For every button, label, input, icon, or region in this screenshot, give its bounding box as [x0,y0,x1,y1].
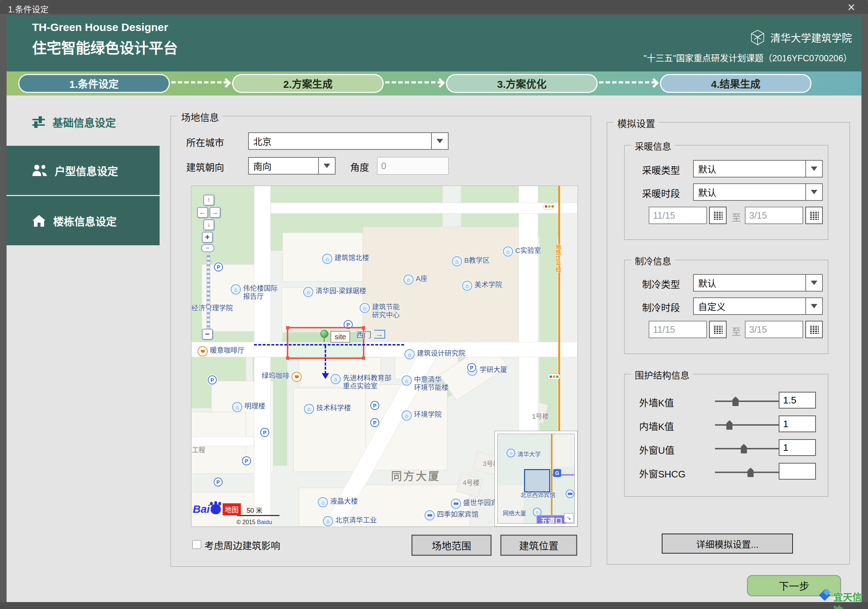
envelope-value-input[interactable] [779,415,816,432]
envelope-value-input[interactable] [779,392,816,409]
consider-surroundings-checkbox[interactable] [192,540,201,549]
city-select[interactable]: 北京 [248,132,449,150]
cooling-groupbox: 制冷信息 制冷类型 默认 制冷时段 自定义 11/15 至 3/15 [624,260,828,354]
cooling-end-date[interactable]: 3/15 [745,321,803,338]
chevron-down-icon[interactable] [805,298,822,314]
minimap-viewport-rect[interactable] [524,469,550,492]
map-poi-label: 建筑馆北楼 [335,254,369,262]
parking-icon: P [370,418,379,427]
map-poi-label: B教学区 [464,256,490,265]
map-poi-building[interactable]: ⌂建筑节能研究中心 [360,303,400,319]
orientation-value: 南向 [249,159,318,172]
sidebar-item-unit-info[interactable]: 户型信息设定 [6,146,160,195]
calendar-icon[interactable] [805,207,823,224]
cooling-period-select[interactable]: 自定义 [693,298,823,315]
orientation-select[interactable]: 南向 [248,157,336,175]
slider-thumb[interactable] [741,444,747,453]
cooling-start-date[interactable]: 11/15 [649,321,707,338]
map-poi-building[interactable]: ⌂伟伦楼国际报告厅 [231,284,277,301]
map-pan-down-button[interactable]: ↓ [203,219,214,230]
map-poi-building[interactable]: ⌂明理楼 [232,402,265,412]
slider-thumb[interactable] [726,420,732,430]
site-pin-icon[interactable] [320,330,328,338]
chevron-down-icon[interactable] [805,161,822,177]
envelope-value-input[interactable] [779,463,816,480]
window-titlebar[interactable]: 1.条件设定 ✕ [0,0,868,14]
angle-input[interactable] [377,157,449,175]
map-poi-building[interactable]: ⌂技术科学楼 [304,404,351,414]
map-pan-right-button[interactable]: → [209,207,220,218]
calendar-icon[interactable] [709,321,727,338]
map-zoom-out-button[interactable]: − [202,329,213,340]
cooling-type-select[interactable]: 默认 [693,274,823,291]
heating-start-date[interactable]: 11/15 [649,207,707,224]
map-poi-school[interactable]: ⌂环境学院 [401,411,442,421]
building-icon: ⌂ [503,246,513,257]
window-bottom-frame [0,602,868,609]
building-icon: ⌂ [403,274,414,285]
map-poi-hotel[interactable]: 四季如家宾馆 [425,510,479,521]
map-poi-label: 伟伦楼国际报告厅 [243,284,277,301]
calendar-icon[interactable] [805,321,823,338]
map-poi-building[interactable]: ⌂建筑馆北楼 [322,254,369,264]
map-poi-building[interactable]: ⌂建筑设计研究院 [405,349,465,360]
map-poi-cafe[interactable]: 暖意咖啡厅 [197,346,245,356]
map-poi-label: 清华园-梁銶琚楼 [316,287,366,295]
detailed-simulation-settings-button[interactable]: 详细模拟设置... [662,533,793,553]
building-icon: ⌂ [452,256,462,267]
baidu-paw-icon [211,504,221,514]
app-title-zh: 住宅智能绿色设计平台 [32,36,178,57]
map-poi-cafe[interactable]: 绿坞咖啡 [262,372,302,382]
site-label: site [330,331,350,342]
city-label: 所在城市 [186,135,224,149]
minimap-inset[interactable]: G ⌂ 清华大学 北京西郊宾馆 网络大厦 ⌂ 五道口 ↘ [494,431,578,527]
map-zoom-handle[interactable]: − [201,244,214,252]
site-crosshair-horizontal [254,344,404,346]
building-position-button[interactable]: 建筑位置 [500,535,577,556]
chevron-down-icon[interactable] [431,133,448,149]
chevron-down-icon[interactable] [805,275,822,291]
close-icon[interactable]: ✕ [847,2,856,14]
sidebar-item-building-info[interactable]: 楼栋信息设定 [6,196,160,245]
wudaokou-station-badge: 五道口 [536,515,566,524]
heating-period-select[interactable]: 默认 [693,183,823,201]
map-poi-building[interactable]: ⌂清华园-梁銶琚楼 [303,287,366,297]
map-poi-building[interactable]: ⌂C实验室 [503,246,541,257]
slider-thumb[interactable] [747,468,753,477]
envelope-value-input[interactable] [779,439,816,456]
project-name: "十三五"国家重点研发计划课题（2016YFC0700206） [643,51,852,64]
step-4[interactable]: 4.结果生成 [660,74,812,93]
calendar-icon[interactable] [709,207,727,224]
map-zoom-track[interactable] [207,255,210,329]
map-pan-left-button[interactable]: ← [197,207,208,218]
map-poi-label: 美术学院 [474,280,502,289]
heating-end-date[interactable]: 3/15 [745,207,803,224]
map-poi-building[interactable]: ⌂B教学区 [452,256,490,267]
map-poi-school[interactable]: ⌂美术学院 [462,280,502,291]
map-pan-up-button[interactable]: ↑ [203,195,214,206]
map-poi-building[interactable]: ⌂A座 [403,274,428,285]
heating-title: 采暖信息 [631,139,675,152]
chevron-down-icon[interactable] [805,184,822,200]
cooling-type-value: 默认 [694,276,805,289]
map-poi-label: 四季如家宾馆 [437,510,479,519]
map-poi-label: 北京清华工业 [335,516,377,524]
map-poi-building[interactable]: ⌂中意清华环境节能楼 [401,375,449,392]
chevron-down-icon[interactable] [318,158,335,174]
map-poi-building[interactable]: ⌂北京清华工业 [323,516,377,526]
map-poi-building[interactable]: ⌂液晶大楼 [318,497,358,507]
parking-icon: P [214,477,223,487]
step-1[interactable]: 1.条件设定 [18,74,170,93]
heating-type-select[interactable]: 默认 [693,160,823,178]
site-range-button[interactable]: 场地范围 [411,535,491,556]
minimap-expand-icon[interactable]: ↘ [564,513,574,523]
slider-thumb[interactable] [732,397,739,406]
baidu-map[interactable]: 地铁13号线 ⌂建筑馆北楼⌂清华园-梁銶琚楼⌂伟伦楼国际报告厅⌂建筑节能研究中心… [191,186,578,527]
step-2[interactable]: 2.方案生成 [232,74,384,93]
tsinghua-cube-logo-icon [749,29,766,46]
sidebar-item-basic-info[interactable]: 基础信息设定 [6,111,160,133]
step-3[interactable]: 3.方案优化 [446,74,598,93]
map-zoom-in-button[interactable]: + [202,232,213,243]
cooling-type-label: 制冷类型 [642,277,680,290]
map-poi-building[interactable]: ⌂先进材料教育部重点实验室 [330,374,391,391]
